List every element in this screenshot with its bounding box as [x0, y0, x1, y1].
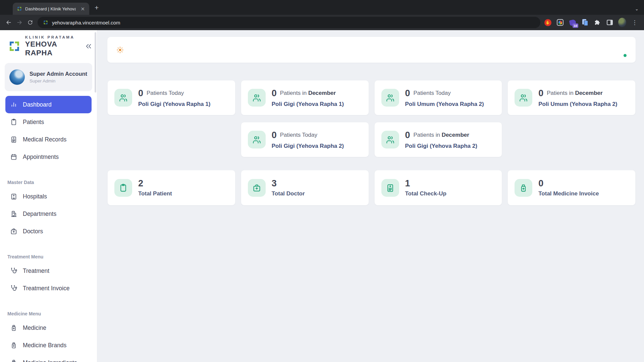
sidebar-item-dashboard[interactable]: Dashboard	[5, 96, 92, 113]
stat-value: 0	[272, 130, 277, 140]
stat-label: Patients Today	[147, 90, 184, 97]
tab-title: Dashboard | Klinik Yehova Rap	[25, 6, 76, 11]
adblock-extension-icon[interactable]: ✋	[544, 18, 552, 26]
sidebar-item-label: Treatment	[23, 267, 49, 275]
sidebar-scrollbar[interactable]	[95, 32, 96, 93]
url-text: yehovarapha.vincentmoel.com	[52, 20, 120, 25]
forward-button[interactable]	[14, 17, 25, 28]
main-content: 0Patients Today Poli Gigi (Yehova Rapha …	[97, 30, 644, 362]
sidebar-item-label: Medicine Brands	[23, 342, 66, 349]
back-button[interactable]	[3, 17, 14, 28]
total-value: 3	[272, 178, 305, 189]
extension-badge: 10	[573, 23, 578, 28]
browser-tab[interactable]: Dashboard | Klinik Yehova Rap ✕	[13, 3, 89, 15]
users-icon	[248, 89, 266, 107]
online-status-dot	[623, 53, 627, 58]
sidebar-item-label: Treatment Invoice	[23, 285, 69, 292]
clipboard-icon	[114, 179, 132, 197]
sidebar-item-doctors[interactable]: Doctors	[5, 223, 92, 240]
medical-report-icon	[10, 136, 17, 143]
sidebar-item-label: Medicine	[23, 324, 46, 331]
stat-card-poli-gigi-2-today: 0Patients Today Poli Gigi (Yehova Rapha …	[241, 122, 369, 157]
medical-bag-icon	[10, 228, 17, 235]
tab-search-chevron-icon[interactable]: ⌄	[635, 6, 639, 11]
stat-value: 0	[538, 88, 543, 99]
sidebar: KLINIK PRATAMA YEHOVA RAPHA Super Admin …	[0, 30, 97, 362]
stat-value: 0	[138, 88, 143, 99]
sidebar-item-label: Medicine Ingredients	[23, 359, 77, 362]
copy-extension-icon[interactable]	[581, 18, 589, 26]
medical-report-icon	[381, 179, 399, 197]
stat-subtitle: Poli Gigi (Yehova Rapha 1)	[272, 101, 344, 108]
total-label: Total Patient	[138, 190, 172, 197]
app-window: KLINIK PRATAMA YEHOVA RAPHA Super Admin …	[0, 30, 644, 362]
photos-extension-icon[interactable]	[556, 18, 564, 26]
section-header-treatment-menu: Treatment Menu	[5, 253, 92, 260]
sidebar-item-medicine-ingredients[interactable]: Medicine Ingredients	[5, 354, 92, 362]
total-label: Total Doctor	[272, 190, 305, 197]
stat-card-poli-gigi-2-month: 0Patients in December Poli Gigi (Yehova …	[374, 122, 502, 157]
address-bar[interactable]: yehovarapha.vincentmoel.com	[38, 17, 540, 28]
theme-toggle-sun-icon[interactable]	[116, 46, 124, 54]
totals-stats-grid: 2 Total Patient 3 Total Doctor 1 Total C…	[107, 170, 636, 205]
users-icon	[114, 89, 132, 107]
section-header-medicine-menu: Medicine Menu	[5, 310, 92, 317]
user-account-card[interactable]: Super Admin Account Super Admin	[5, 63, 92, 91]
clinic-name-line2: YEHOVA RAPHA	[25, 40, 81, 57]
user-avatar	[9, 69, 25, 85]
stat-subtitle: Poli Gigi (Yehova Rapha 2)	[405, 143, 477, 149]
sidebar-collapse-icon[interactable]	[85, 43, 92, 50]
sidebar-item-label: Doctors	[23, 228, 43, 235]
sidebar-nav: Dashboard Patients Medical Records Appoi…	[0, 96, 97, 362]
sidebar-item-label: Medical Records	[23, 136, 66, 143]
hand-icon: ✋	[544, 19, 551, 26]
sidebar-item-medicine[interactable]: Medicine	[5, 319, 92, 337]
sidebar-item-label: Departments	[23, 210, 56, 218]
stat-card-poli-umum-2-today: 0Patients Today Poli Umum (Yehova Rapha …	[374, 80, 502, 115]
header-profile-button[interactable]	[611, 42, 627, 58]
sidebar-item-hospitals[interactable]: Hospitals	[5, 188, 92, 205]
browser-menu-icon[interactable]: ⋮	[631, 18, 639, 26]
total-card-medicine-invoice: 0 Total Medicine Invoice	[507, 170, 636, 205]
sidebar-item-label: Dashboard	[23, 101, 52, 108]
sidebar-item-appointments[interactable]: Appointments	[5, 148, 92, 166]
sidebar-item-label: Appointments	[23, 154, 59, 161]
medicine-bottle-icon	[10, 324, 17, 331]
users-icon	[515, 89, 532, 107]
user-role: Super Admin	[30, 78, 87, 83]
medicine-bottle-icon	[10, 342, 17, 349]
stat-label: Patients Today	[280, 132, 317, 138]
medical-bag-icon	[248, 179, 266, 197]
sidebar-item-medicine-brands[interactable]: Medicine Brands	[5, 337, 92, 354]
side-panel-icon[interactable]	[606, 18, 614, 26]
tab-close-icon[interactable]: ✕	[79, 6, 87, 12]
reload-button[interactable]	[25, 17, 36, 28]
password-extension-icon[interactable]: 10	[569, 18, 577, 26]
total-value: 0	[538, 178, 599, 189]
top-header-bar	[107, 37, 636, 63]
clipboard-icon	[10, 118, 17, 126]
user-name: Super Admin Account	[30, 71, 87, 77]
stat-value: 0	[405, 130, 410, 140]
browser-profile-avatar[interactable]	[618, 18, 626, 26]
medicine-bottle-icon	[515, 179, 532, 197]
sidebar-item-medical-records[interactable]: Medical Records	[5, 131, 92, 148]
clinic-logo-icon	[7, 39, 21, 54]
stat-subtitle: Poli Gigi (Yehova Rapha 2)	[272, 143, 344, 149]
stat-value: 0	[272, 88, 277, 99]
sidebar-item-treatment[interactable]: Treatment	[5, 262, 92, 280]
sidebar-item-departments[interactable]: Departments	[5, 205, 92, 223]
sidebar-item-patients[interactable]: Patients	[5, 113, 92, 131]
stethoscope-icon	[10, 267, 17, 275]
total-card-doctor: 3 Total Doctor	[241, 170, 369, 205]
users-icon	[381, 89, 399, 107]
extensions-puzzle-icon[interactable]	[593, 18, 601, 26]
building-icon	[10, 210, 17, 218]
new-tab-button[interactable]: +	[95, 4, 99, 12]
sidebar-item-treatment-invoice[interactable]: Treatment Invoice	[5, 280, 92, 297]
favicon-clinic-logo	[17, 6, 22, 11]
browser-chrome: Dashboard | Klinik Yehova Rap ✕ + ⌄ yeho…	[0, 0, 644, 30]
section-header-master-data: Master Data	[5, 179, 92, 186]
total-label: Total Check-Up	[405, 190, 446, 197]
sidebar-item-label: Hospitals	[23, 193, 47, 200]
